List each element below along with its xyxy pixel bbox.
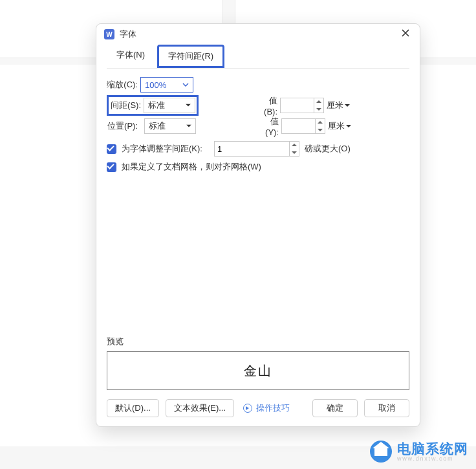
cancel-button[interactable]: 取消 <box>364 399 409 417</box>
caret-down-icon <box>346 125 351 128</box>
dialog-title: 字体 <box>120 28 399 40</box>
app-icon: W <box>104 29 114 39</box>
snap-grid-checkbox[interactable] <box>107 162 116 172</box>
position-label: 位置(P): <box>107 120 140 132</box>
scale-value: 100% <box>145 80 166 90</box>
tab-font[interactable]: 字体(N) <box>107 45 155 68</box>
watermark-en: www.dnxtw.com <box>397 456 468 463</box>
house-icon <box>370 441 392 463</box>
caret-down-icon <box>345 104 350 107</box>
spacing-label: 间距(S): <box>110 100 144 111</box>
kerning-unit: 磅或更大(O) <box>305 143 351 155</box>
tab-char-spacing[interactable]: 字符间距(R) <box>157 45 224 68</box>
spinner-arrows[interactable] <box>315 118 325 134</box>
watermark: 电脑系统网 www.dnxtw.com <box>370 441 468 463</box>
spacing-value-input[interactable] <box>280 98 314 113</box>
kerning-spinner[interactable] <box>214 141 299 157</box>
position-value: 标准 <box>149 120 166 132</box>
text-effects-button[interactable]: 文本效果(E)... <box>166 399 234 417</box>
titlebar: W 字体 <box>96 24 420 45</box>
preview-box: 金山 <box>107 351 409 390</box>
tips-link[interactable]: 操作技巧 <box>243 402 290 414</box>
dialog-body: 缩放(C): 100% 间距(S): 标准 值(B): <box>96 69 420 331</box>
scale-combo[interactable]: 100% <box>140 77 193 93</box>
spacing-value: 标准 <box>148 100 165 111</box>
spinner-arrows[interactable] <box>289 141 299 157</box>
caret-down-icon <box>186 104 191 107</box>
snap-grid-label: 如果定义了文档网格，则对齐网格(W) <box>122 161 261 173</box>
position-value-input[interactable] <box>281 118 315 134</box>
caret-down-icon <box>186 125 191 128</box>
spacing-value-spinner[interactable] <box>280 98 324 113</box>
spacing-highlight: 间距(S): 标准 <box>107 95 199 116</box>
spinner-arrows[interactable] <box>314 98 324 113</box>
kerning-value-input[interactable] <box>214 141 289 157</box>
close-button[interactable] <box>399 28 412 40</box>
default-button[interactable]: 默认(D)... <box>107 399 159 417</box>
kerning-checkbox[interactable] <box>107 144 116 154</box>
position-value-spinner[interactable] <box>281 118 325 134</box>
preview-sample: 金山 <box>244 362 272 380</box>
position-value-unit[interactable]: 厘米 <box>328 120 351 132</box>
kerning-label: 为字体调整字间距(K): <box>122 143 202 155</box>
spacing-value-unit[interactable]: 厘米 <box>327 100 350 111</box>
play-icon <box>243 404 252 413</box>
dialog-footer: 默认(D)... 文本效果(E)... 操作技巧 确定 取消 <box>96 390 420 426</box>
watermark-cn: 电脑系统网 <box>397 441 468 456</box>
ok-button[interactable]: 确定 <box>312 399 358 417</box>
preview-label: 预览 <box>107 336 409 347</box>
position-combo[interactable]: 标准 <box>144 118 196 134</box>
position-value-label: 值(Y): <box>259 116 281 137</box>
preview-section: 预览 金山 <box>96 331 420 390</box>
spacing-combo[interactable]: 标准 <box>144 98 195 113</box>
tab-bar: 字体(N) 字符间距(R) <box>96 45 420 68</box>
spacing-value-label: 值(B): <box>258 95 280 116</box>
font-dialog: W 字体 字体(N) 字符间距(R) 缩放(C): 100% 间距(S): 标准 <box>96 23 420 427</box>
chevron-down-icon <box>182 83 189 87</box>
scale-label: 缩放(C): <box>107 79 140 91</box>
